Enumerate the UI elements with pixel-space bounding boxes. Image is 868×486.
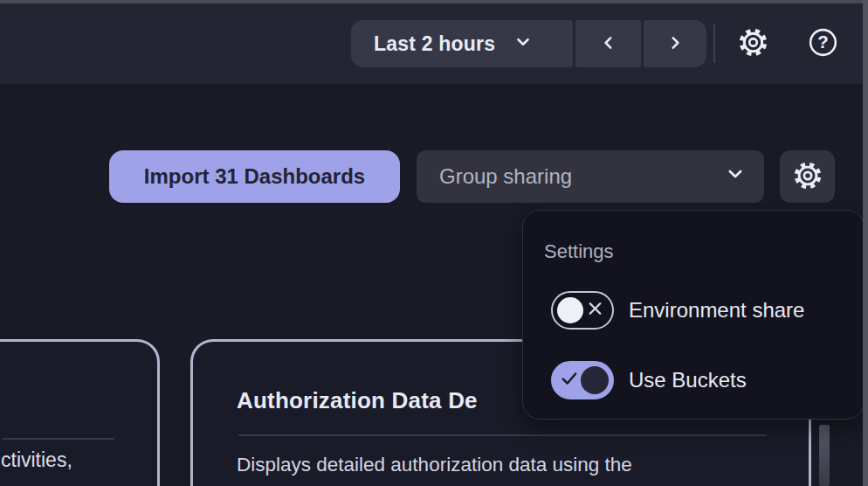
import-dashboards-button[interactable]: Import 31 Dashboards (109, 150, 400, 203)
gear-icon (737, 26, 769, 61)
window-top-edge (0, 0, 868, 3)
chevron-left-icon (600, 34, 617, 54)
environment-share-toggle[interactable] (551, 291, 614, 330)
dashboard-card[interactable]: ctivities, (0, 339, 160, 486)
toggle-row-environment-share: Environment share (551, 291, 804, 330)
toggle-label: Use Buckets (629, 368, 747, 392)
card-title-divider (238, 434, 767, 436)
time-range-button[interactable]: Last 2 hours (351, 20, 573, 67)
topbar-divider (713, 24, 715, 63)
toggle-label: Environment share (629, 298, 804, 323)
chevron-down-icon (514, 32, 532, 56)
card-title-divider (3, 438, 114, 440)
toggle-knob (557, 297, 583, 323)
check-icon (560, 369, 579, 392)
settings-popover-title: Settings (544, 240, 614, 263)
svg-text:?: ? (817, 32, 828, 52)
window-scrollbar[interactable] (863, 0, 868, 486)
time-range-group: Last 2 hours (351, 20, 706, 67)
sharing-settings-gear-button[interactable] (780, 150, 835, 203)
chevron-right-icon (666, 34, 684, 54)
question-circle-icon: ? (807, 26, 839, 61)
time-range-forward-button[interactable] (644, 20, 706, 67)
card-description: Displays detailed authorization data usi… (237, 454, 632, 476)
x-icon (586, 300, 604, 322)
time-range-label: Last 2 hours (374, 32, 495, 56)
dashboard-settings-button[interactable] (735, 26, 770, 61)
time-range-back-button[interactable] (575, 20, 641, 67)
group-sharing-value: Group sharing (439, 164, 572, 189)
settings-popover: Settings Environment share Use Buckets (522, 210, 865, 420)
top-bar: Last 2 hours (0, 0, 868, 84)
card-title: Authorization Data De (237, 387, 478, 414)
group-sharing-select[interactable]: Group sharing (417, 150, 764, 203)
cards-scrollbar-thumb[interactable] (819, 425, 830, 486)
help-button[interactable]: ? (805, 26, 840, 61)
card-description: ctivities, (1, 448, 72, 472)
toggle-knob (581, 366, 609, 394)
chevron-down-icon (726, 164, 745, 189)
screen: Last 2 hours (0, 0, 868, 486)
gear-icon (792, 160, 823, 194)
toggle-row-use-buckets: Use Buckets (551, 361, 747, 399)
use-buckets-toggle[interactable] (551, 361, 614, 399)
